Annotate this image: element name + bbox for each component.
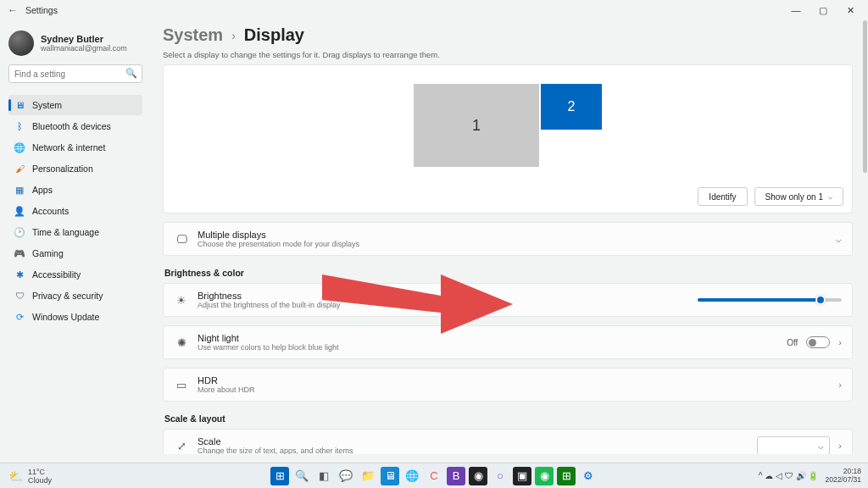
monitor-1[interactable]: 1 — [414, 84, 539, 167]
scale-sub: Change the size of text, apps, and other… — [198, 446, 353, 454]
taskbar-app[interactable]: 🔍 — [292, 467, 311, 485]
taskbar-app[interactable]: ⚙ — [579, 467, 598, 485]
clock[interactable]: 20:18 2022/07/31 — [825, 468, 861, 484]
search-box[interactable]: 🔍 — [8, 64, 142, 83]
nav-icon: 👤 — [14, 206, 25, 217]
taskbar-app[interactable]: ⊞ — [270, 467, 289, 485]
multiple-displays-row[interactable]: 🖵 Multiple displays Choose the presentat… — [163, 222, 853, 256]
section-brightness-color: Brightness & color — [164, 268, 853, 278]
nav-item-system[interactable]: 🖥System — [8, 95, 142, 115]
hdr-link[interactable]: More about HDR — [198, 385, 255, 394]
chevron-right-icon: › — [231, 29, 236, 42]
chevron-down-icon: ⌵ — [818, 441, 824, 452]
taskbar-app[interactable]: ◉ — [469, 467, 487, 485]
multiple-displays-sub: Choose the presentation mode for your di… — [198, 240, 359, 248]
night-light-title: Night light — [198, 333, 339, 343]
weather-widget[interactable]: ⛅ 11°C Cloudy — [0, 468, 60, 485]
avatar — [8, 30, 34, 56]
taskbar-app[interactable]: ○ — [491, 467, 509, 485]
nav-icon: 🌐 — [14, 142, 25, 153]
nav-item-apps[interactable]: ▦Apps — [8, 180, 142, 200]
multiple-displays-title: Multiple displays — [198, 230, 359, 240]
nav-item-windows-update[interactable]: ⟳Windows Update — [8, 307, 142, 327]
nav-icon: ✱ — [14, 269, 25, 280]
nav-item-time-language[interactable]: 🕑Time & language — [8, 222, 142, 242]
nav-label: Windows Update — [32, 312, 99, 322]
taskbar-app[interactable]: 🌐 — [403, 467, 421, 485]
display-arrangement-panel: 1 2 Identify Show only on 1⌵ — [163, 64, 853, 214]
night-light-toggle[interactable] — [806, 336, 830, 348]
nav-label: Privacy & security — [32, 291, 103, 301]
taskbar-app[interactable]: ◉ — [535, 467, 554, 485]
nav-item-network-internet[interactable]: 🌐Network & internet — [8, 137, 142, 158]
nav-icon: ▦ — [14, 185, 25, 196]
nav-label: Bluetooth & devices — [32, 121, 111, 131]
chevron-down-icon: ⌵ — [836, 234, 842, 245]
nav-label: Gaming — [32, 248, 64, 258]
scale-title: Scale — [198, 436, 353, 446]
nav-item-personalization[interactable]: 🖌Personalization — [8, 158, 142, 179]
hdr-row[interactable]: ▭ HDR More about HDR › — [163, 368, 853, 402]
display-description: Select a display to change the settings … — [163, 50, 853, 59]
scrollbar[interactable] — [861, 20, 868, 463]
breadcrumb: System › Display — [163, 25, 853, 45]
nav-icon: 🎮 — [14, 248, 25, 259]
taskbar-app[interactable]: ▣ — [513, 467, 531, 485]
taskbar-app[interactable]: B — [447, 467, 465, 485]
nav-label: System — [32, 100, 62, 110]
search-input[interactable] — [8, 64, 142, 83]
page-title: Display — [244, 25, 304, 45]
nav-item-gaming[interactable]: 🎮Gaming — [8, 243, 142, 263]
brightness-sub: Adjust the brightness of the built-in di… — [198, 301, 341, 309]
monitor-2[interactable]: 2 — [541, 84, 602, 130]
back-button[interactable]: ← — [5, 4, 20, 16]
brightness-slider[interactable] — [698, 298, 842, 302]
nav-item-accounts[interactable]: 👤Accounts — [8, 201, 142, 221]
nav-icon: 🖌 — [14, 164, 25, 174]
user-name: Sydney Butler — [41, 34, 127, 44]
section-scale-layout: Scale & layout — [164, 413, 853, 424]
hdr-icon: ▭ — [174, 379, 189, 391]
system-tray: ^ ☁ ◁ 🛡 🔊 🔋 20:18 2022/07/31 — [759, 468, 868, 484]
taskbar-app[interactable]: C — [425, 467, 443, 485]
window-controls: — ▢ ✕ — [790, 5, 863, 16]
show-only-dropdown[interactable]: Show only on 1⌵ — [754, 187, 843, 206]
weather-cond: Cloudy — [28, 476, 52, 485]
nav-item-bluetooth-devices[interactable]: ᛒBluetooth & devices — [8, 116, 142, 136]
taskbar-app[interactable]: 💬 — [337, 467, 355, 485]
night-light-icon: ✺ — [174, 336, 189, 349]
taskbar-app[interactable]: 🖥 — [381, 467, 399, 485]
nav-item-privacy-security[interactable]: 🛡Privacy & security — [8, 286, 142, 306]
tray-icons[interactable]: ^ ☁ ◁ 🛡 🔊 🔋 — [759, 471, 819, 480]
identify-button[interactable]: Identify — [698, 187, 747, 206]
nav-item-accessibility[interactable]: ✱Accessibility — [8, 264, 142, 285]
chevron-right-icon: › — [838, 441, 842, 451]
nav-icon: 🛡 — [14, 291, 25, 301]
brightness-icon: ☀ — [174, 294, 189, 307]
nav-label: Accessibility — [32, 269, 81, 280]
user-email: wallmaniacal@gmail.com — [41, 44, 127, 53]
taskbar-app[interactable]: ◧ — [314, 467, 333, 485]
multiple-displays-icon: 🖵 — [174, 233, 189, 246]
night-light-row[interactable]: ✺ Night light Use warmer colors to help … — [163, 325, 853, 359]
night-light-state: Off — [787, 338, 798, 347]
scale-row[interactable]: ⤢ Scale Change the size of text, apps, a… — [163, 429, 853, 454]
taskbar-app[interactable]: ⊞ — [557, 467, 576, 485]
minimize-button[interactable]: — — [790, 5, 802, 16]
nav-label: Personalization — [32, 164, 93, 174]
maximize-button[interactable]: ▢ — [817, 5, 829, 16]
nav-label: Time & language — [32, 227, 99, 237]
chevron-right-icon: › — [838, 380, 842, 390]
app-title: Settings — [25, 5, 58, 15]
user-profile[interactable]: Sydney Butler wallmaniacal@gmail.com — [8, 30, 142, 56]
scrollbar-thumb[interactable] — [863, 20, 867, 173]
nav-icon: 🖥 — [14, 100, 25, 110]
nav-label: Apps — [32, 185, 53, 195]
taskbar-app[interactable]: 📁 — [359, 467, 377, 485]
titlebar: ← Settings — ▢ ✕ — [0, 0, 868, 20]
breadcrumb-parent[interactable]: System — [163, 25, 223, 45]
scale-dropdown[interactable]: ⌵ — [757, 436, 830, 454]
scale-icon: ⤢ — [174, 440, 189, 452]
chevron-down-icon: ⌵ — [828, 192, 832, 201]
close-button[interactable]: ✕ — [844, 5, 856, 16]
